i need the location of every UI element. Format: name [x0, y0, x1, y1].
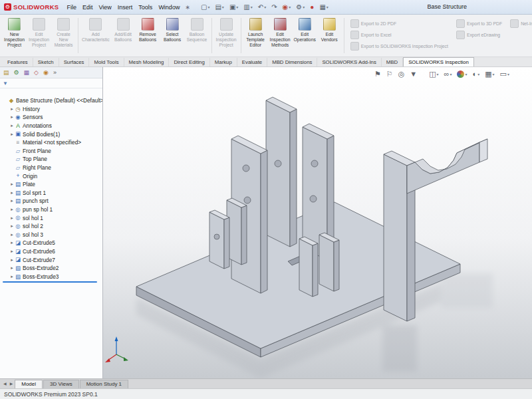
tab-scroll-right-icon[interactable]: ▶ [9, 381, 15, 388]
tab-3d-views[interactable]: 3D Views [43, 380, 79, 388]
new-document-icon[interactable]: ▢▾ [201, 3, 209, 11]
tab-solidworks-inspection[interactable]: SOLIDWORKS Inspection [403, 57, 474, 66]
edit-inspection-methods-button[interactable]: Edit Inspection Methods [268, 16, 293, 55]
feature-manager-tab-icon[interactable]: ▤ [3, 70, 9, 76]
update-inspection-project-button[interactable]: Update Inspection Project [214, 16, 239, 55]
expand-arrow-icon[interactable]: ▸ [9, 132, 15, 137]
tab-features[interactable]: Features [3, 58, 33, 66]
menu-tools[interactable]: Tools [138, 4, 152, 11]
filter-funnel-icon[interactable]: ▼ [3, 80, 8, 86]
expand-arrow-icon[interactable]: ▸ [9, 106, 15, 112]
tree-item-solid-bodies-1[interactable]: ▸▣Solid Bodies(1) [0, 130, 102, 138]
expand-arrow-icon[interactable]: ▸ [9, 114, 15, 120]
new-inspection-project-button[interactable]: New Inspection Project [2, 16, 27, 55]
tab-model[interactable]: Model [15, 380, 43, 388]
dimxpert-manager-tab-icon[interactable]: ◇ [34, 70, 39, 76]
left-block-back[interactable] [227, 198, 247, 265]
small-post-right[interactable] [319, 233, 339, 291]
menu-window[interactable]: Window [158, 4, 180, 11]
export-to-excel-button[interactable]: Export to Excel [350, 31, 448, 39]
tab-mbd[interactable]: MBD [382, 58, 403, 66]
pin-menu-icon[interactable]: ∗ [185, 4, 190, 11]
balloon-sequence-button[interactable]: Balloon Sequence [185, 16, 209, 55]
rollback-bar[interactable] [3, 281, 97, 283]
expand-arrow-icon[interactable]: ▸ [9, 232, 15, 237]
select-balloons-button[interactable]: Select Balloons [160, 16, 185, 55]
tree-item-sol-hol-3[interactable]: ▸◎sol hol 3 [0, 231, 102, 239]
expand-arrow-icon[interactable]: ▸ [9, 182, 15, 187]
tree-item-top-plane[interactable]: ▱Top Plane [0, 155, 102, 164]
configuration-manager-tab-icon[interactable]: ▦ [24, 70, 30, 76]
tree-item-cut-extrude6[interactable]: ▸◪Cut-Extrude6 [0, 247, 102, 256]
tree-item-front-plane[interactable]: ▱Front Plane [0, 147, 102, 156]
export-to-solidworks-inspection-project-button[interactable]: Export to SOLIDWORKS Inspection Project [350, 42, 448, 51]
tree-item-pun-sp-hol-1[interactable]: ▸◎pun sp hol 1 [0, 205, 102, 214]
menu-insert[interactable]: Insert [118, 4, 133, 11]
3d-model-view[interactable] [103, 67, 532, 378]
tab-mold-tools[interactable]: Mold Tools [89, 58, 124, 66]
tree-item-cut-extrude5[interactable]: ▸◪Cut-Extrude5 [0, 239, 102, 247]
property-manager-tab-icon[interactable]: ⚙ [14, 70, 19, 76]
left-block-front[interactable] [209, 210, 229, 269]
tree-item-material-not-specified[interactable]: ≡Material <not specified> [0, 138, 102, 147]
open-document-icon[interactable]: ▤▾ [215, 3, 223, 11]
tree-item-boss-extrude2[interactable]: ▸▧Boss-Extrude2 [0, 264, 102, 273]
view-settings-icon[interactable]: ▦▾ [485, 70, 494, 78]
display-style-icon[interactable]: ◫▾ [429, 70, 438, 78]
tab-mesh-modeling[interactable]: Mesh Modeling [124, 58, 170, 66]
display-manager-tab-icon[interactable]: ◉ [43, 70, 49, 76]
redo-icon[interactable]: ↷ [271, 3, 277, 11]
rebuild-icon[interactable]: ◉▾ [283, 3, 291, 11]
tree-item-punch-sprt[interactable]: ▸▤punch sprt [0, 197, 102, 205]
tab-motion-study-1[interactable]: Motion Study 1 [80, 380, 128, 388]
expand-arrow-icon[interactable]: ▸ [9, 190, 15, 196]
expand-arrow-icon[interactable]: ▸ [9, 265, 15, 271]
undo-icon[interactable]: ↶▾ [258, 3, 266, 11]
graphics-viewport[interactable]: ⚑⚐◎▼ ◫▾∞▾▾◐▾▦▾▭▾ [103, 67, 532, 378]
add-characteristic-button[interactable]: Add Characteristic [80, 16, 111, 55]
tree-item-origin[interactable]: +Origin [0, 172, 102, 180]
expand-arrow-icon[interactable]: ▸ [9, 240, 15, 245]
edit-vendors-button[interactable]: Edit Vendors [317, 16, 342, 55]
tree-item-sensors[interactable]: ▸◉Sensors [0, 113, 102, 122]
flag-outline-icon[interactable]: ⚐ [386, 70, 393, 78]
tree-item-annotations[interactable]: ▸AAnnotations [0, 122, 102, 130]
expand-arrow-icon[interactable]: ▸ [9, 198, 15, 203]
tree-item-boss-extrude3[interactable]: ▸▧Boss-Extrude3 [0, 272, 102, 281]
tree-item-base-structure-default-default-disp[interactable]: ◆Base Structure (Default) <<Default>_Dis… [0, 96, 102, 105]
tree-item-plate[interactable]: ▸▤Plate [0, 180, 102, 189]
expand-panel-icon[interactable]: » [53, 70, 57, 76]
small-post-left[interactable] [299, 237, 318, 297]
display-grid-icon[interactable]: ▦▾ [319, 3, 328, 11]
post-tall-back[interactable] [266, 97, 297, 247]
tree-item-history[interactable]: ▸◷History [0, 105, 102, 114]
tree-item-sol-hol-2[interactable]: ▸◎sol hol 2 [0, 222, 102, 231]
appearance-ball-icon[interactable]: ▾ [457, 70, 467, 78]
create-new-materials-button[interactable]: Create New Materials [51, 16, 76, 55]
expand-arrow-icon[interactable]: ▸ [9, 257, 15, 263]
print-icon[interactable]: ▥▾ [243, 3, 252, 11]
color-swatch-icon[interactable]: ● [310, 3, 314, 11]
tree-item-sol-hol-1[interactable]: ▸◎sol hol 1 [0, 213, 102, 222]
expand-arrow-icon[interactable]: ▸ [9, 274, 15, 279]
tab-mbd-dimensions[interactable]: MBD Dimensions [267, 58, 317, 66]
add-edit-balloons-button[interactable]: Add/Edit Balloons [111, 16, 136, 55]
expand-arrow-icon[interactable]: ▸ [9, 215, 15, 221]
expand-arrow-icon[interactable]: ▸ [9, 123, 15, 128]
tab-evaluate[interactable]: Evaluate [237, 58, 267, 66]
export-to-2d-pdf-button[interactable]: Export to 2D PDF [350, 19, 448, 28]
tab-solidworks-add-ins[interactable]: SOLIDWORKS Add-Ins [317, 58, 381, 66]
menu-view[interactable]: View [98, 4, 111, 11]
tree-item-right-plane[interactable]: ▱Right Plane [0, 164, 102, 172]
remove-balloons-button[interactable]: Remove Balloons [136, 16, 160, 55]
export-edrawing-button[interactable]: Export eDrawing [456, 31, 502, 39]
tab-markup[interactable]: Markup [210, 58, 237, 66]
tab-sketch[interactable]: Sketch [33, 58, 59, 66]
options-gear-icon[interactable]: ⚙▾ [296, 3, 305, 11]
expand-arrow-icon[interactable]: ▸ [9, 207, 15, 212]
launch-template-editor-button[interactable]: Launch Template Editor [243, 16, 268, 55]
tree-item-cut-extrude7[interactable]: ▸◪Cut-Extrude7 [0, 255, 102, 264]
expand-arrow-icon[interactable]: ▸ [9, 249, 15, 254]
menu-file[interactable]: File [66, 4, 76, 11]
magnifier-icon[interactable]: ◎ [398, 70, 405, 78]
